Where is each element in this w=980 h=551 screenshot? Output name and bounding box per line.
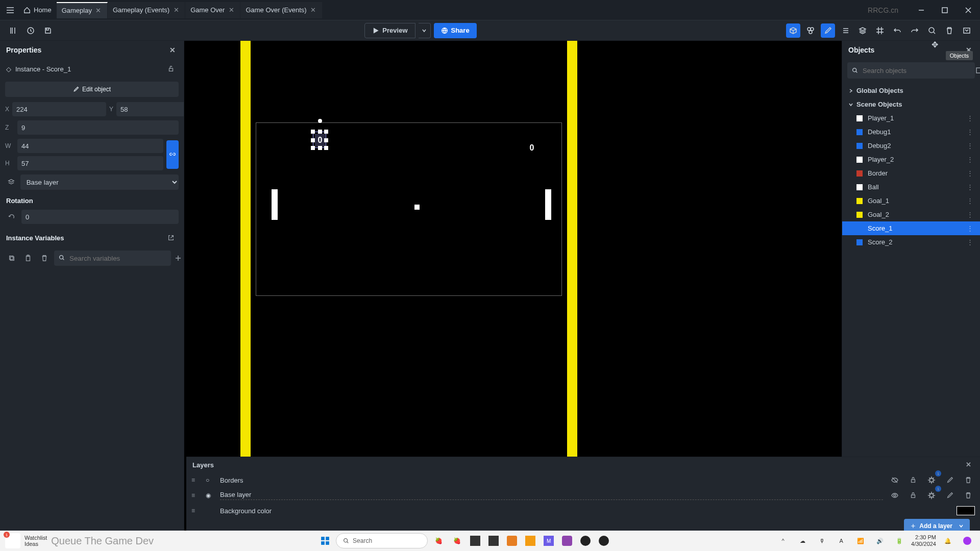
lock-icon[interactable]: [906, 473, 920, 487]
item-menu-icon[interactable]: ⋮: [967, 156, 974, 163]
effects-icon[interactable]: [925, 489, 938, 502]
width-input[interactable]: [17, 139, 163, 153]
drag-handle-icon[interactable]: ≡: [191, 507, 201, 514]
tab-label: Game Over (Events): [246, 6, 306, 14]
item-menu-icon[interactable]: ⋮: [967, 211, 974, 218]
object-item-debug2[interactable]: Debug2⋮: [842, 139, 980, 153]
player-1-object[interactable]: [272, 189, 278, 220]
object-item-debug1[interactable]: Debug1⋮: [842, 125, 980, 139]
tab-home[interactable]: Home: [20, 2, 57, 18]
object-item-ball[interactable]: Ball⋮: [842, 180, 980, 194]
drag-handle-icon[interactable]: ≡: [191, 492, 201, 499]
score-1-object[interactable]: 0: [315, 134, 325, 147]
close-icon[interactable]: ✕: [966, 461, 974, 469]
copy-icon[interactable]: [5, 252, 18, 265]
tree-group-scene[interactable]: Scene Objects: [842, 97, 980, 111]
trash-icon[interactable]: [38, 252, 51, 265]
layer-row-base[interactable]: ≡ ◉ Base layer: [186, 488, 980, 503]
object-item-score_1[interactable]: Score_1⋮: [842, 221, 980, 235]
effects-icon[interactable]: [925, 473, 938, 487]
search-variables-input[interactable]: [54, 251, 171, 266]
minimize-button[interactable]: [910, 0, 933, 20]
item-menu-icon[interactable]: ⋮: [967, 142, 974, 149]
main-menu-button[interactable]: [0, 0, 20, 20]
item-menu-icon[interactable]: ⋮: [967, 238, 974, 246]
close-window-button[interactable]: [957, 0, 980, 20]
delete-layer-icon[interactable]: [962, 489, 975, 502]
visibility-icon[interactable]: ◉: [206, 492, 215, 499]
item-menu-icon[interactable]: ⋮: [967, 224, 974, 232]
bg-color-swatch[interactable]: [957, 506, 975, 515]
x-input[interactable]: [12, 102, 106, 116]
item-menu-icon[interactable]: ⋮: [967, 114, 974, 122]
list-tool-button[interactable]: [838, 23, 852, 38]
object-name: Goal_1: [868, 197, 889, 205]
player-2-object[interactable]: [545, 189, 551, 220]
object-item-player_1[interactable]: Player_1⋮: [842, 111, 980, 125]
cube-tool-button[interactable]: [786, 23, 800, 38]
edit-tool-button[interactable]: [821, 23, 835, 38]
tab-game-over[interactable]: Game Over ✕: [185, 2, 240, 18]
add-object-from-search-button[interactable]: [973, 64, 980, 78]
maximize-button[interactable]: [933, 0, 957, 20]
rotation-input[interactable]: [21, 210, 179, 224]
panel-toggle-button[interactable]: [6, 23, 20, 38]
tab-gameplay-events[interactable]: Gameplay (Events) ✕: [108, 2, 185, 18]
object-item-goal_2[interactable]: Goal_2⋮: [842, 208, 980, 221]
object-item-score_2[interactable]: Score_2⋮: [842, 235, 980, 249]
unlock-icon[interactable]: [164, 62, 178, 76]
svg-rect-10: [10, 257, 14, 260]
ball-object[interactable]: [414, 205, 420, 210]
preview-button[interactable]: Preview: [364, 23, 415, 38]
zoom-button[interactable]: [925, 23, 939, 38]
add-variable-button[interactable]: [174, 252, 182, 265]
layer-select[interactable]: Base layer: [20, 174, 179, 190]
share-button[interactable]: Share: [434, 23, 477, 38]
redo-button[interactable]: [908, 23, 922, 38]
tab-game-over-events[interactable]: Game Over (Events) ✕: [240, 2, 322, 18]
lock-icon[interactable]: [906, 489, 920, 502]
edit-layer-icon[interactable]: [943, 473, 957, 487]
visibility-toggle-icon[interactable]: [888, 473, 901, 487]
item-menu-icon[interactable]: ⋮: [967, 183, 974, 191]
visibility-icon[interactable]: ○: [206, 477, 215, 484]
link-dimensions-button[interactable]: [166, 140, 179, 169]
save-button[interactable]: [41, 23, 55, 38]
paste-icon[interactable]: [21, 252, 35, 265]
close-icon[interactable]: ✕: [169, 46, 178, 54]
z-input[interactable]: [17, 120, 179, 135]
layers-tool-button[interactable]: [855, 23, 870, 38]
drag-handle-icon[interactable]: ≡: [191, 477, 201, 484]
layer-name: Borders: [220, 477, 883, 484]
close-icon[interactable]: ✕: [95, 7, 102, 14]
groups-tool-button[interactable]: [803, 23, 818, 38]
item-menu-icon[interactable]: ⋮: [967, 197, 974, 205]
item-menu-icon[interactable]: ⋮: [967, 128, 974, 136]
edit-object-button[interactable]: Edit object: [5, 82, 179, 97]
delete-layer-icon[interactable]: [962, 473, 975, 487]
object-icon: [856, 129, 863, 135]
tree-group-global[interactable]: Global Objects: [842, 84, 980, 97]
undo-button[interactable]: [890, 23, 904, 38]
settings-button[interactable]: [960, 23, 974, 38]
close-icon[interactable]: ✕: [310, 7, 317, 14]
close-icon[interactable]: ✕: [228, 7, 235, 14]
delete-button[interactable]: [942, 23, 957, 38]
object-item-goal_1[interactable]: Goal_1⋮: [842, 194, 980, 208]
add-layer-button[interactable]: Add a layer: [904, 519, 970, 531]
tab-gameplay[interactable]: Gameplay ✕: [57, 2, 108, 18]
history-button[interactable]: [23, 23, 38, 38]
item-menu-icon[interactable]: ⋮: [967, 169, 974, 177]
object-item-border[interactable]: Border⋮: [842, 166, 980, 180]
preview-dropdown[interactable]: [419, 23, 431, 38]
visibility-toggle-icon[interactable]: [888, 489, 901, 502]
grid-tool-button[interactable]: [873, 23, 887, 38]
close-icon[interactable]: ✕: [173, 7, 180, 14]
layer-row-borders[interactable]: ≡ ○ Borders: [186, 472, 980, 488]
edit-layer-icon[interactable]: [943, 489, 957, 502]
external-link-icon[interactable]: [164, 231, 178, 244]
score-2-object[interactable]: 0: [527, 141, 537, 155]
height-input[interactable]: [17, 156, 163, 170]
object-item-player_2[interactable]: Player_2⋮: [842, 153, 980, 166]
search-objects-input[interactable]: [847, 62, 975, 79]
